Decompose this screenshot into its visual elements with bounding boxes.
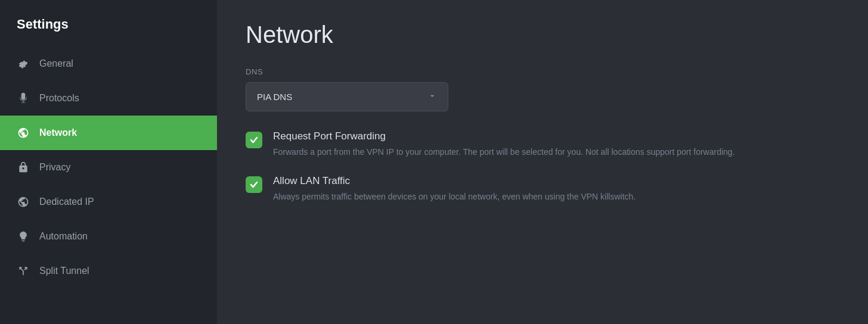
page-title: Network	[246, 21, 839, 48]
sidebar-item-label: General	[39, 58, 73, 69]
sidebar-item-privacy[interactable]: Privacy	[0, 150, 217, 185]
lan-traffic-desc: Always permits traffic between devices o…	[273, 191, 636, 203]
dns-selected-value: PIA DNS	[257, 92, 292, 102]
port-forwarding-row: Request Port Forwarding Forwards a port …	[246, 130, 839, 158]
sidebar-item-label: Network	[39, 127, 77, 138]
chevron-down-icon	[427, 91, 437, 102]
sidebar-item-network[interactable]: Network	[0, 116, 217, 150]
mic-icon	[17, 92, 30, 105]
dns-dropdown[interactable]: PIA DNS	[246, 82, 448, 111]
port-forwarding-desc: Forwards a port from the VPN IP to your …	[273, 146, 735, 158]
split-icon	[17, 264, 30, 278]
sidebar-item-automation[interactable]: Automation	[0, 219, 217, 254]
port-forwarding-label: Request Port Forwarding	[273, 130, 735, 142]
sidebar-item-label: Automation	[39, 231, 88, 242]
sidebar-item-label: Privacy	[39, 162, 70, 173]
globe-icon	[17, 195, 30, 208]
lan-traffic-row: Allow LAN Traffic Always permits traffic…	[246, 175, 839, 203]
main-content: Network DNS PIA DNS Request Port Forward…	[217, 0, 868, 324]
sidebar-item-label: Protocols	[39, 93, 79, 104]
lan-traffic-label: Allow LAN Traffic	[273, 175, 636, 187]
port-forwarding-checkbox[interactable]	[246, 132, 262, 148]
network-icon	[17, 126, 30, 139]
gear-icon	[17, 57, 30, 70]
sidebar-item-label: Dedicated IP	[39, 197, 94, 207]
sidebar-item-label: Split Tunnel	[39, 266, 89, 276]
lan-traffic-content: Allow LAN Traffic Always permits traffic…	[273, 175, 636, 203]
port-forwarding-content: Request Port Forwarding Forwards a port …	[273, 130, 735, 158]
sidebar-item-protocols[interactable]: Protocols	[0, 81, 217, 116]
sidebar-title: Settings	[0, 10, 217, 46]
lock-icon	[17, 161, 30, 174]
lightbulb-icon	[17, 230, 30, 243]
sidebar: Settings General Protocols Network Priva…	[0, 0, 217, 324]
dns-label: DNS	[246, 67, 839, 76]
lan-traffic-checkbox[interactable]	[246, 176, 262, 193]
sidebar-item-general[interactable]: General	[0, 46, 217, 81]
sidebar-item-dedicated-ip[interactable]: Dedicated IP	[0, 185, 217, 219]
sidebar-item-split-tunnel[interactable]: Split Tunnel	[0, 254, 217, 288]
